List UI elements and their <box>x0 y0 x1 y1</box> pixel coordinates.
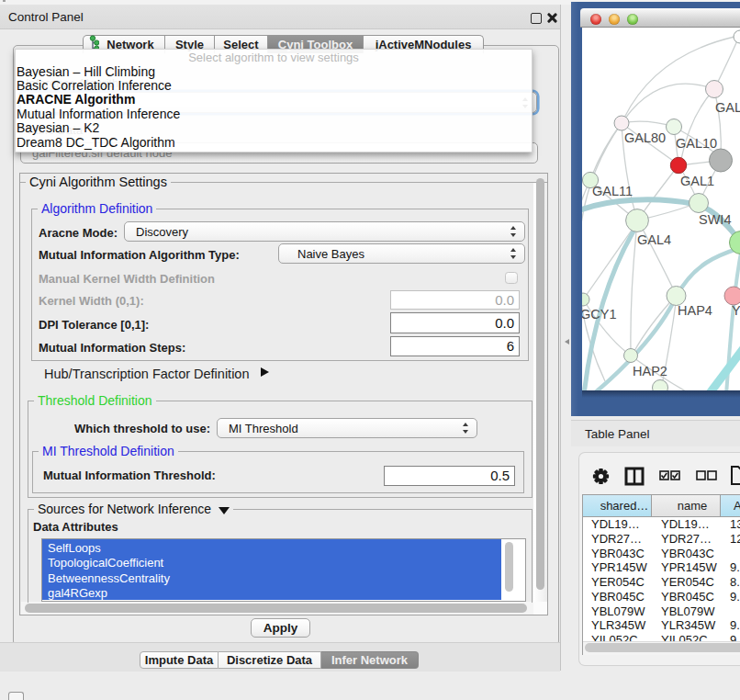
svg-text:SWI4: SWI4 <box>699 212 731 227</box>
svg-text:HAP2: HAP2 <box>633 364 667 378</box>
svg-text:GAL10: GAL10 <box>676 136 717 151</box>
svg-text:Y: Y <box>732 303 740 318</box>
svg-text:GAL1: GAL1 <box>680 174 714 188</box>
svg-text:HAP4: HAP4 <box>678 303 712 318</box>
svg-text:GAL7: GAL7 <box>715 100 740 115</box>
svg-text:GAL11: GAL11 <box>592 184 633 198</box>
svg-text:GAL4: GAL4 <box>637 232 671 247</box>
svg-text:GAL80: GAL80 <box>624 130 666 145</box>
svg-text:GCY1: GCY1 <box>582 307 617 322</box>
